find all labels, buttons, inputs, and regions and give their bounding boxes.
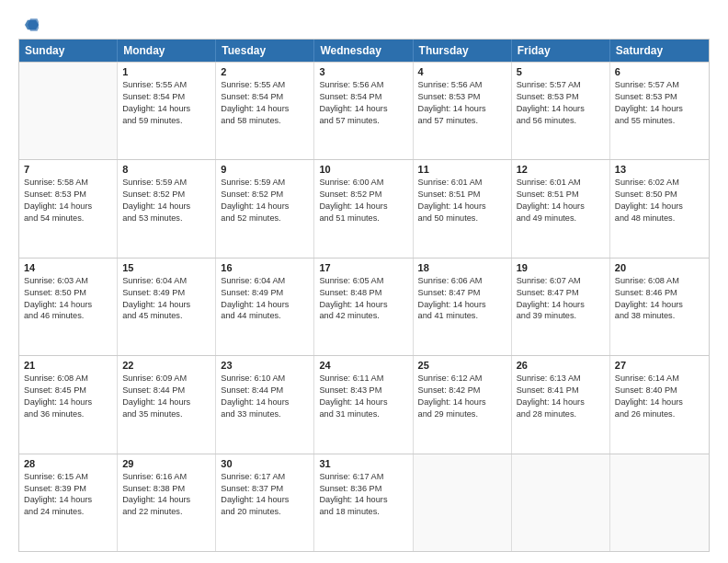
daylight-text: Daylight: 14 hours: [122, 494, 210, 506]
sunrise-text: Sunrise: 5:59 AM: [221, 177, 309, 189]
daylight-text: Daylight: 14 hours: [221, 201, 309, 213]
sunset-text: Sunset: 8:54 PM: [221, 91, 309, 103]
sunset-text: Sunset: 8:44 PM: [221, 385, 309, 396]
day-number: 5: [517, 66, 605, 77]
sunrise-text: Sunrise: 5:58 AM: [24, 177, 112, 189]
sunrise-text: Sunrise: 6:00 AM: [319, 177, 407, 189]
sunset-text: Sunset: 8:53 PM: [418, 91, 506, 103]
calendar-cell: 21Sunrise: 6:08 AMSunset: 8:45 PMDayligh…: [19, 356, 118, 453]
daylight-text-cont: and 55 minutes.: [615, 115, 704, 127]
sunrise-text: Sunrise: 5:57 AM: [517, 79, 605, 91]
sunset-text: Sunset: 8:51 PM: [517, 189, 605, 201]
daylight-text-cont: and 36 minutes.: [24, 408, 112, 420]
daylight-text: Daylight: 14 hours: [517, 201, 605, 213]
sunset-text: Sunset: 8:41 PM: [517, 385, 605, 396]
day-number: 6: [615, 66, 704, 77]
sunrise-text: Sunrise: 5:56 AM: [319, 79, 407, 91]
header-day-wednesday: Wednesday: [314, 40, 413, 62]
sunrise-text: Sunrise: 6:14 AM: [615, 373, 704, 385]
day-number: 25: [418, 360, 506, 371]
sunrise-text: Sunrise: 5:57 AM: [615, 79, 704, 91]
calendar-cell: 20Sunrise: 6:08 AMSunset: 8:46 PMDayligh…: [610, 259, 709, 355]
calendar-cell: 26Sunrise: 6:13 AMSunset: 8:41 PMDayligh…: [512, 356, 610, 453]
daylight-text: Daylight: 14 hours: [319, 494, 407, 506]
sunset-text: Sunset: 8:47 PM: [418, 287, 506, 299]
calendar-cell: 8Sunrise: 5:59 AMSunset: 8:52 PMDaylight…: [118, 160, 216, 257]
header-day-monday: Monday: [118, 40, 216, 62]
sunrise-text: Sunrise: 6:15 AM: [24, 471, 112, 483]
daylight-text: Daylight: 14 hours: [517, 103, 605, 115]
day-number: 14: [24, 262, 112, 273]
day-number: 4: [418, 66, 506, 77]
calendar-cell: 9Sunrise: 5:59 AMSunset: 8:52 PMDaylight…: [216, 160, 314, 257]
daylight-text: Daylight: 14 hours: [122, 299, 210, 311]
sunset-text: Sunset: 8:40 PM: [615, 385, 704, 396]
sunset-text: Sunset: 8:50 PM: [615, 189, 704, 201]
sunset-text: Sunset: 8:52 PM: [319, 189, 407, 201]
calendar-row-1: 1Sunrise: 5:55 AMSunset: 8:54 PMDaylight…: [19, 62, 709, 159]
calendar-cell: 19Sunrise: 6:07 AMSunset: 8:47 PMDayligh…: [512, 259, 610, 355]
header-day-saturday: Saturday: [610, 40, 709, 62]
logo-icon: [22, 17, 39, 33]
calendar-cell: 6Sunrise: 5:57 AMSunset: 8:53 PMDaylight…: [610, 63, 709, 159]
header-day-friday: Friday: [512, 40, 610, 62]
daylight-text-cont: and 33 minutes.: [221, 408, 309, 420]
calendar-header: SundayMondayTuesdayWednesdayThursdayFrid…: [19, 40, 709, 62]
sunset-text: Sunset: 8:49 PM: [122, 287, 210, 299]
sunrise-text: Sunrise: 5:59 AM: [122, 177, 210, 189]
daylight-text-cont: and 48 minutes.: [615, 213, 704, 224]
day-number: 17: [319, 262, 407, 273]
sunset-text: Sunset: 8:49 PM: [221, 287, 309, 299]
daylight-text-cont: and 52 minutes.: [221, 213, 309, 224]
sunrise-text: Sunrise: 6:08 AM: [615, 275, 704, 287]
day-number: 9: [221, 164, 309, 175]
calendar-cell: 28Sunrise: 6:15 AMSunset: 8:39 PMDayligh…: [19, 454, 118, 551]
daylight-text-cont: and 28 minutes.: [517, 408, 605, 420]
calendar-cell: 23Sunrise: 6:10 AMSunset: 8:44 PMDayligh…: [216, 356, 314, 453]
calendar-row-3: 14Sunrise: 6:03 AMSunset: 8:50 PMDayligh…: [19, 258, 709, 355]
calendar-cell: 14Sunrise: 6:03 AMSunset: 8:50 PMDayligh…: [19, 259, 118, 355]
day-number: 3: [319, 66, 407, 77]
day-number: 16: [221, 262, 309, 273]
sunrise-text: Sunrise: 5:55 AM: [122, 79, 210, 91]
day-number: 1: [122, 66, 210, 77]
day-number: 31: [319, 458, 407, 469]
header-day-sunday: Sunday: [19, 40, 118, 62]
sunset-text: Sunset: 8:54 PM: [122, 91, 210, 103]
day-number: 12: [517, 164, 605, 175]
daylight-text: Daylight: 14 hours: [615, 201, 704, 213]
header-day-thursday: Thursday: [414, 40, 512, 62]
daylight-text-cont: and 38 minutes.: [615, 310, 704, 322]
sunrise-text: Sunrise: 6:13 AM: [517, 373, 605, 385]
daylight-text-cont: and 42 minutes.: [319, 310, 407, 322]
daylight-text-cont: and 59 minutes.: [122, 115, 210, 127]
sunset-text: Sunset: 8:50 PM: [24, 287, 112, 299]
sunrise-text: Sunrise: 6:04 AM: [221, 275, 309, 287]
daylight-text: Daylight: 14 hours: [418, 299, 506, 311]
day-number: 29: [122, 458, 210, 469]
daylight-text-cont: and 39 minutes.: [517, 310, 605, 322]
daylight-text: Daylight: 14 hours: [418, 201, 506, 213]
calendar-cell: [19, 63, 118, 159]
calendar-cell: 22Sunrise: 6:09 AMSunset: 8:44 PMDayligh…: [118, 356, 216, 453]
daylight-text: Daylight: 14 hours: [517, 396, 605, 408]
daylight-text: Daylight: 14 hours: [319, 299, 407, 311]
sunset-text: Sunset: 8:39 PM: [24, 483, 112, 495]
header: [18, 17, 710, 29]
sunrise-text: Sunrise: 6:08 AM: [24, 373, 112, 385]
daylight-text-cont: and 31 minutes.: [319, 408, 407, 420]
daylight-text: Daylight: 14 hours: [221, 494, 309, 506]
calendar-cell: 5Sunrise: 5:57 AMSunset: 8:53 PMDaylight…: [512, 63, 610, 159]
daylight-text: Daylight: 14 hours: [319, 103, 407, 115]
sunset-text: Sunset: 8:51 PM: [418, 189, 506, 201]
calendar-cell: 24Sunrise: 6:11 AMSunset: 8:43 PMDayligh…: [314, 356, 413, 453]
calendar-row-5: 28Sunrise: 6:15 AMSunset: 8:39 PMDayligh…: [19, 454, 709, 551]
daylight-text: Daylight: 14 hours: [221, 396, 309, 408]
daylight-text-cont: and 54 minutes.: [24, 213, 112, 224]
day-number: 22: [122, 360, 210, 371]
calendar-cell: 3Sunrise: 5:56 AMSunset: 8:54 PMDaylight…: [314, 63, 413, 159]
calendar-cell: 18Sunrise: 6:06 AMSunset: 8:47 PMDayligh…: [414, 259, 512, 355]
calendar: SundayMondayTuesdayWednesdayThursdayFrid…: [18, 39, 710, 552]
sunset-text: Sunset: 8:47 PM: [517, 287, 605, 299]
sunset-text: Sunset: 8:53 PM: [517, 91, 605, 103]
